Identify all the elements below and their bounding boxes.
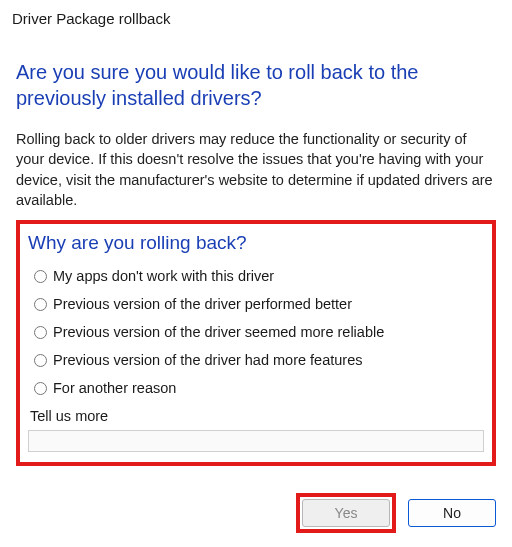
reason-radio-more-reliable[interactable] <box>34 326 47 339</box>
yes-button[interactable]: Yes <box>302 499 390 527</box>
reason-radio-group: My apps don't work with this driver Prev… <box>28 268 484 396</box>
reason-option[interactable]: Previous version of the driver seemed mo… <box>34 324 484 340</box>
reason-label: Previous version of the driver performed… <box>53 296 352 312</box>
rollback-question: Why are you rolling back? <box>28 232 484 254</box>
reason-label: Previous version of the driver seemed mo… <box>53 324 384 340</box>
tell-more-input[interactable] <box>28 430 484 452</box>
window-title: Driver Package rollback <box>0 0 512 33</box>
form-highlight-box: Why are you rolling back? My apps don't … <box>16 220 496 466</box>
reason-option[interactable]: Previous version of the driver had more … <box>34 352 484 368</box>
no-button[interactable]: No <box>408 499 496 527</box>
dialog-button-bar: Yes No <box>296 493 496 533</box>
reason-label: For another reason <box>53 380 176 396</box>
reason-option[interactable]: Previous version of the driver performed… <box>34 296 484 312</box>
reason-radio-more-features[interactable] <box>34 354 47 367</box>
dialog-content: Are you sure you would like to roll back… <box>0 33 512 478</box>
tell-more-label: Tell us more <box>28 408 484 424</box>
main-heading: Are you sure you would like to roll back… <box>16 59 496 111</box>
reason-option[interactable]: My apps don't work with this driver <box>34 268 484 284</box>
reason-radio-apps[interactable] <box>34 270 47 283</box>
reason-radio-another[interactable] <box>34 382 47 395</box>
reason-option[interactable]: For another reason <box>34 380 484 396</box>
yes-button-highlight: Yes <box>296 493 396 533</box>
description-text: Rolling back to older drivers may reduce… <box>16 129 496 210</box>
reason-radio-performed-better[interactable] <box>34 298 47 311</box>
reason-label: Previous version of the driver had more … <box>53 352 362 368</box>
reason-label: My apps don't work with this driver <box>53 268 274 284</box>
